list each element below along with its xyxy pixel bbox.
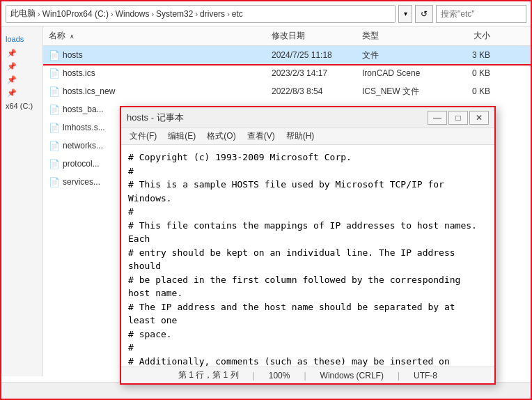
notepad-window: hosts - 记事本 — □ ✕ 文件(F) 编辑(E) 格式(O) 查看(V… <box>120 106 496 385</box>
file-date-hosts: 2024/7/25 11:18 <box>266 50 357 60</box>
sidebar-item-drive[interactable]: x64 (C:) <box>4 99 40 113</box>
path-part-computer: 此电脑 <box>10 8 36 20</box>
file-name-hostsicsnew: 📄 hosts.ics_new <box>43 86 266 97</box>
sidebar-item-downloads[interactable]: loads <box>4 32 40 46</box>
file-icon-hostsba: 📄 <box>49 104 60 115</box>
file-size-hostsicsnew: 0 KB <box>440 86 496 96</box>
search-input[interactable] <box>441 9 522 19</box>
search-box[interactable] <box>436 5 526 23</box>
notepad-content[interactable]: # Copyright (c) 1993-2009 Microsoft Corp… <box>121 145 494 367</box>
notepad-menubar: 文件(F) 编辑(E) 格式(O) 查看(V) 帮助(H) <box>121 128 494 145</box>
file-size-hostsics: 0 KB <box>440 68 496 78</box>
col-header-type[interactable]: 类型 <box>357 29 440 43</box>
menu-edit[interactable]: 编辑(E) <box>162 129 201 144</box>
file-icon-hostsics: 📄 <box>49 68 60 79</box>
file-row-hostsics[interactable]: 📄 hosts.ics 2023/2/3 14:17 IronCAD Scene… <box>43 64 531 82</box>
file-icon-protocol: 📄 <box>49 158 60 169</box>
column-headers: 名称 ∧ 修改日期 类型 大小 <box>43 26 531 46</box>
path-part-drive: Win10Prox64 (C:) <box>42 9 109 19</box>
file-icon-hostsicsnew: 📄 <box>49 86 60 97</box>
file-size-hosts: 3 KB <box>440 50 496 60</box>
status-encoding: UTF-8 <box>414 371 437 380</box>
menu-file[interactable]: 文件(F) <box>124 129 162 144</box>
path-part-windows: Windows <box>116 9 150 19</box>
menu-view[interactable]: 查看(V) <box>242 129 281 144</box>
file-type-hostsics: IronCAD Scene <box>357 68 440 78</box>
pin-icon-4: 📌 <box>4 86 40 99</box>
status-line-ending: Windows (CRLF) <box>320 371 384 380</box>
file-row-hosts[interactable]: 📄 hosts 2024/7/25 11:18 文件 3 KB <box>43 46 531 64</box>
pin-icon-1: 📌 <box>4 46 40 59</box>
sidebar: loads 📌 📌 📌 📌 x64 (C:) <box>1 26 43 376</box>
address-bar: 此电脑 › Win10Prox64 (C:) › Windows › Syste… <box>1 1 531 26</box>
pin-icon-2: 📌 <box>4 59 40 72</box>
notepad-statusbar: 第 1 行，第 1 列 | 100% | Windows (CRLF) | UT… <box>121 367 494 383</box>
menu-format[interactable]: 格式(O) <box>201 129 241 144</box>
sort-arrow: ∧ <box>70 33 75 40</box>
file-icon-networks: 📄 <box>49 140 60 151</box>
col-header-date[interactable]: 修改日期 <box>266 29 357 43</box>
menu-help[interactable]: 帮助(H) <box>281 129 320 144</box>
file-date-hostsics: 2023/2/3 14:17 <box>266 68 357 78</box>
file-type-hosts: 文件 <box>357 49 440 61</box>
notepad-title: hosts - 记事本 <box>127 111 184 124</box>
titlebar-controls: — □ ✕ <box>428 111 489 125</box>
address-dropdown-button[interactable]: ▾ <box>398 5 412 23</box>
path-part-system32: System32 <box>156 9 193 19</box>
path-part-drivers: drivers <box>200 9 225 19</box>
col-header-name[interactable]: 名称 ∧ <box>43 29 266 43</box>
col-header-size[interactable]: 大小 <box>440 29 496 43</box>
file-name-hostsics: 📄 hosts.ics <box>43 68 266 79</box>
file-date-hostsicsnew: 2022/8/3 8:54 <box>266 86 357 96</box>
refresh-button[interactable]: ↺ <box>415 5 433 23</box>
file-icon-services: 📄 <box>49 176 60 187</box>
maximize-button[interactable]: □ <box>448 111 468 125</box>
notepad-titlebar: hosts - 记事本 — □ ✕ <box>121 107 494 128</box>
pin-icon-3: 📌 <box>4 72 40 86</box>
status-position: 第 1 行，第 1 列 <box>178 369 239 381</box>
path-part-etc: etc <box>232 9 243 19</box>
file-icon-hosts: 📄 <box>49 49 60 61</box>
status-zoom: 100% <box>269 371 290 380</box>
file-icon-lmhosts: 📄 <box>49 122 60 133</box>
file-row-hostsicsnew[interactable]: 📄 hosts.ics_new 2022/8/3 8:54 ICS_NEW 文件… <box>43 82 531 100</box>
file-name-hosts: 📄 hosts <box>43 49 266 61</box>
file-type-hostsicsnew: ICS_NEW 文件 <box>357 86 440 98</box>
minimize-button[interactable]: — <box>428 111 447 125</box>
close-button[interactable]: ✕ <box>469 111 489 125</box>
address-path[interactable]: 此电脑 › Win10Prox64 (C:) › Windows › Syste… <box>6 5 396 23</box>
